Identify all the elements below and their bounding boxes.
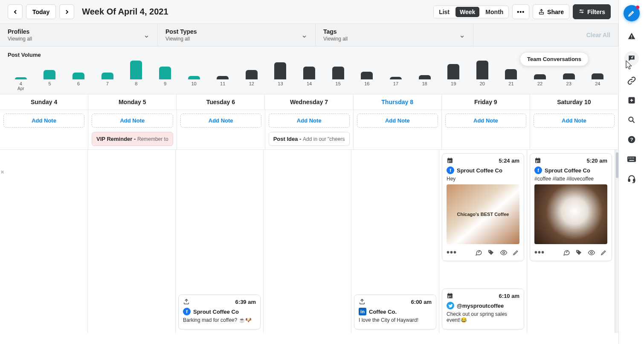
volume-bar[interactable] — [534, 74, 546, 79]
add-note-button[interactable]: Add Note — [180, 114, 261, 128]
note-cell: Add Note — [442, 110, 530, 149]
today-button[interactable]: Today — [26, 4, 56, 19]
eye-icon[interactable] — [500, 249, 508, 257]
volume-bar[interactable] — [217, 76, 229, 79]
facebook-icon: f — [447, 166, 454, 174]
svg-text:?: ? — [630, 137, 633, 142]
filters-label: Filters — [587, 9, 605, 15]
volume-bar[interactable] — [73, 73, 84, 79]
volume-bar[interactable] — [44, 70, 55, 79]
tag-icon[interactable] — [487, 249, 495, 257]
edit-icon[interactable] — [513, 249, 519, 257]
volume-bar[interactable] — [188, 76, 200, 79]
volume-bar[interactable] — [102, 73, 113, 79]
note-cell: Add Note — [0, 110, 88, 149]
svg-point-28 — [577, 251, 578, 251]
twitter-icon — [447, 302, 454, 309]
add-note-button[interactable]: Add Note — [357, 114, 438, 128]
scrollbar[interactable] — [615, 150, 618, 333]
filters-button[interactable]: Filters — [573, 4, 611, 19]
volume-bar[interactable] — [332, 67, 344, 79]
volume-bar[interactable] — [246, 70, 258, 79]
post-card[interactable]: 5:24 amfSprout Coffee CoHeyChicago's BES… — [442, 153, 524, 261]
view-list[interactable]: List — [434, 6, 455, 18]
tag-icon[interactable] — [575, 249, 583, 257]
team-conversations-tooltip: Team Conversations — [520, 52, 589, 66]
filter-posttypes-label: Post Types — [165, 28, 197, 35]
volume-bar[interactable] — [447, 64, 459, 79]
post-image: Chicago's BEST Coffee — [447, 184, 519, 244]
add-note-button[interactable]: Add Note — [534, 114, 615, 128]
post-column — [0, 150, 88, 333]
right-rail: ? — [618, 0, 644, 344]
day-header: Thursday 8 — [354, 94, 442, 110]
facebook-icon: f — [534, 166, 542, 174]
comment-icon[interactable] — [475, 249, 482, 257]
conversations-icon[interactable] — [624, 51, 639, 66]
volume-bar[interactable] — [476, 61, 488, 79]
post-more-icon[interactable]: ••• — [534, 248, 545, 257]
search-icon[interactable] — [627, 115, 636, 125]
comment-icon[interactable] — [563, 249, 570, 257]
volume-bar[interactable] — [390, 77, 402, 79]
next-week-button[interactable] — [59, 4, 74, 19]
volume-bar[interactable] — [592, 73, 603, 79]
volume-bar[interactable] — [361, 72, 373, 79]
post-card[interactable]: 6:00 aminCoffee Co.I love the City of Ha… — [354, 294, 436, 329]
more-menu-button[interactable]: ••• — [512, 4, 529, 19]
volume-bar[interactable] — [563, 73, 575, 79]
eye-icon[interactable] — [588, 249, 595, 257]
add-icon[interactable] — [627, 96, 636, 105]
volume-bar-label: 9 — [164, 81, 166, 91]
post-card[interactable]: 5:20 amfSprout Coffee Co#coffee #latte #… — [530, 153, 612, 261]
post-account: fSprout Coffee Co — [183, 308, 256, 315]
day-header: Sunday 4 — [0, 94, 88, 110]
add-note-button[interactable]: Add Note — [445, 114, 526, 128]
keyboard-icon[interactable] — [627, 155, 636, 164]
post-time: 5:20 am — [587, 157, 607, 164]
svg-rect-0 — [540, 12, 544, 14]
volume-bar[interactable] — [419, 75, 431, 79]
filter-tags[interactable]: TagsViewing all ⌄ — [316, 24, 473, 46]
headset-icon[interactable] — [627, 174, 636, 184]
add-note-button[interactable]: Add Note — [3, 114, 84, 128]
share-button[interactable]: Share — [533, 4, 569, 19]
filter-profiles[interactable]: ProfilesViewing all ⌄ — [0, 24, 158, 46]
volume-bar[interactable] — [303, 67, 315, 79]
filter-profiles-sub: Viewing all — [8, 36, 32, 42]
view-week[interactable]: Week — [455, 7, 479, 17]
add-note-button[interactable]: Add Note — [269, 114, 350, 128]
note-cell: Add NoteVIP Reminder - Remember to — [88, 110, 177, 149]
add-note-button[interactable]: Add Note — [92, 114, 173, 128]
link-icon[interactable] — [627, 76, 636, 85]
post-card[interactable]: 6:10 am@mysproutcoffeeCheck out our spri… — [442, 289, 524, 329]
filter-post-types[interactable]: Post TypesViewing all ⌄ — [158, 24, 316, 46]
post-column: 6:39 amfSprout Coffee CoBarking mad for … — [176, 150, 264, 333]
left-drawer-handle[interactable] — [0, 163, 6, 181]
post-card[interactable]: 6:39 amfSprout Coffee CoBarking mad for … — [178, 294, 261, 329]
calendar-note[interactable]: VIP Reminder - Remember to — [92, 132, 173, 146]
volume-bar[interactable] — [505, 69, 517, 79]
filter-clear-cell: Clear All — [473, 24, 618, 46]
svg-rect-32 — [631, 38, 632, 38]
post-time: 6:10 am — [499, 293, 519, 299]
calendar-note[interactable]: Post Idea - Add in our "cheers — [269, 132, 350, 146]
svg-rect-27 — [536, 162, 537, 163]
view-segmented: List Week Month — [433, 6, 509, 18]
alerts-icon[interactable] — [627, 32, 636, 41]
clear-all-link[interactable]: Clear All — [586, 32, 610, 38]
svg-rect-19 — [450, 296, 450, 297]
volume-bar[interactable] — [159, 67, 171, 79]
help-icon[interactable]: ? — [627, 135, 636, 144]
day-header: Saturday 10 — [530, 94, 618, 110]
volume-bar[interactable] — [15, 77, 27, 79]
prev-week-button[interactable] — [8, 4, 23, 19]
volume-bar[interactable] — [130, 61, 142, 79]
volume-bar-label: 21 — [508, 81, 513, 91]
volume-bar[interactable] — [274, 62, 286, 79]
edit-icon[interactable] — [600, 249, 607, 257]
view-month[interactable]: Month — [480, 6, 508, 18]
post-more-icon[interactable]: ••• — [447, 248, 457, 257]
compose-button[interactable] — [624, 5, 640, 21]
post-time: 6:00 am — [411, 299, 432, 305]
